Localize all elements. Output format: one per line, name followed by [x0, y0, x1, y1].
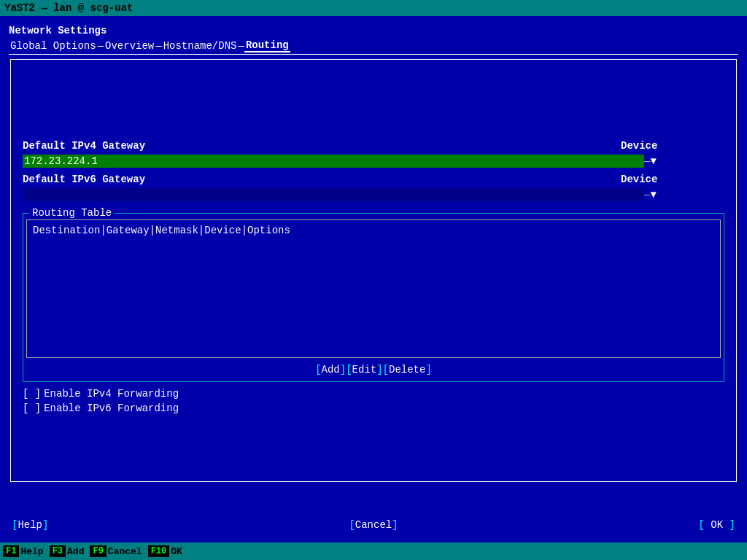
add-button[interactable]: [Add]	[315, 364, 346, 376]
main-content: Network Settings Global Options — Overvi…	[0, 16, 747, 488]
ipv6-forwarding-checkbox[interactable]: [ ]	[23, 402, 41, 414]
ipv6-device-text: —	[644, 189, 650, 201]
ipv4-dropdown-arrow[interactable]: ▼	[650, 155, 656, 167]
tab-bar: Global Options — Overview — Hostname/DNS…	[9, 39, 738, 55]
title-text: YaST2 — lan @ scg-uat	[4, 2, 133, 14]
fkey-f9-label: Cancel	[108, 546, 142, 557]
fkey-f10[interactable]: F10 OK	[148, 545, 182, 557]
delete-button[interactable]: [Delete]	[383, 364, 432, 376]
page-title: Network Settings	[9, 25, 738, 36]
title-bar: YaST2 — lan @ scg-uat	[0, 0, 747, 16]
fkey-f10-label: OK	[171, 546, 182, 557]
help-button[interactable]: [Help]	[12, 519, 48, 531]
ipv4-device-label: Device	[621, 140, 657, 152]
content-panel: Default IPv4 Gateway Device — ▼ Default …	[10, 59, 737, 482]
fkey-f9[interactable]: F9 Cancel	[90, 545, 142, 557]
ipv6-device-label: Device	[621, 174, 657, 185]
ipv4-input-row: — ▼	[23, 155, 724, 168]
ipv4-gateway-label: Default IPv4 Gateway	[23, 140, 621, 152]
tab-hostname-dns[interactable]: Hostname/DNS	[162, 40, 239, 52]
ipv6-input-row: — ▼	[23, 188, 724, 201]
ipv4-gateway-row: Default IPv4 Gateway Device	[23, 140, 724, 152]
ipv4-device-text: —	[644, 155, 650, 167]
tab-global-options[interactable]: Global Options	[9, 40, 98, 52]
ipv6-device-wrapper: — ▼	[644, 189, 724, 201]
routing-table-inner: Destination|Gateway|Netmask|Device|Optio…	[26, 219, 721, 358]
tab-overview[interactable]: Overview	[104, 40, 155, 52]
ipv6-gateway-label: Default IPv6 Gateway	[23, 174, 621, 185]
fkey-f1-label: Help	[20, 546, 43, 557]
edit-button[interactable]: [Edit]	[346, 364, 382, 376]
ok-button[interactable]: [ OK ]	[699, 519, 735, 531]
ipv6-forwarding-row: [ ] Enable IPv6 Forwarding	[23, 402, 724, 414]
routing-table-header: Destination|Gateway|Netmask|Device|Optio…	[30, 223, 717, 238]
ipv6-forwarding-label: Enable IPv6 Forwarding	[44, 402, 179, 414]
fkey-f3[interactable]: F3 Add	[50, 545, 85, 557]
routing-table-section: Routing Table Destination|Gateway|Netmas…	[23, 213, 724, 382]
fkey-bar: F1 Help F3 Add F9 Cancel F10 OK	[0, 542, 747, 560]
fkey-f1-key: F1	[3, 545, 19, 557]
routing-table-title: Routing Table	[29, 207, 115, 219]
table-buttons: [Add] [Edit] [Delete]	[26, 361, 721, 378]
ipv4-device-wrapper: — ▼	[644, 155, 724, 167]
fkey-f10-key: F10	[148, 545, 170, 557]
ipv4-gateway-input[interactable]	[23, 155, 644, 168]
cancel-button[interactable]: [Cancel]	[349, 519, 398, 531]
fkey-f3-key: F3	[50, 545, 66, 557]
ipv4-forwarding-checkbox[interactable]: [ ]	[23, 388, 41, 400]
fkey-f9-key: F9	[90, 545, 106, 557]
ipv6-gateway-input[interactable]	[23, 188, 644, 201]
ipv6-gateway-row: Default IPv6 Gateway Device	[23, 174, 724, 185]
ipv6-dropdown-arrow[interactable]: ▼	[650, 189, 656, 201]
fkey-f3-label: Add	[67, 546, 84, 557]
bottom-bar: [Help] [Cancel] [ OK ]	[0, 516, 747, 534]
tab-routing[interactable]: Routing	[244, 39, 290, 52]
ipv4-forwarding-label: Enable IPv4 Forwarding	[44, 388, 179, 400]
ipv4-forwarding-row: [ ] Enable IPv4 Forwarding	[23, 388, 724, 400]
fkey-f1[interactable]: F1 Help	[3, 545, 44, 557]
